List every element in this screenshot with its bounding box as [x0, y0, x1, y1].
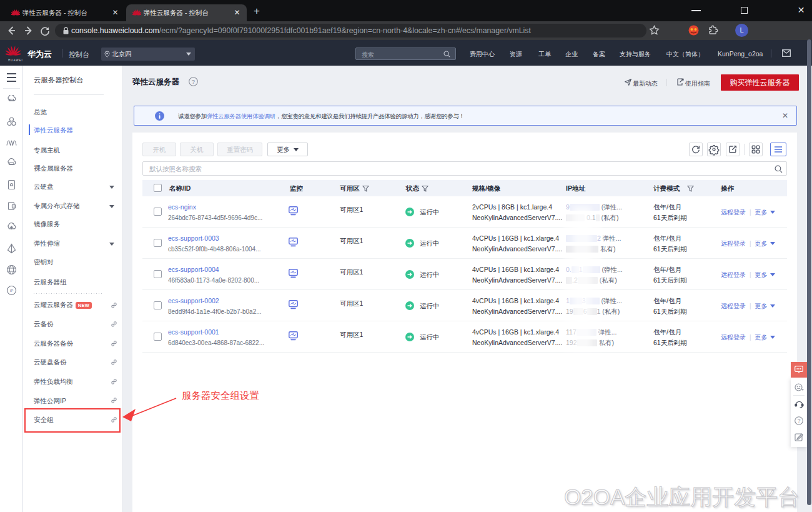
svg-text:?: ? — [798, 418, 801, 424]
svg-text:?: ? — [192, 78, 195, 85]
svg-text:IP: IP — [10, 289, 14, 293]
